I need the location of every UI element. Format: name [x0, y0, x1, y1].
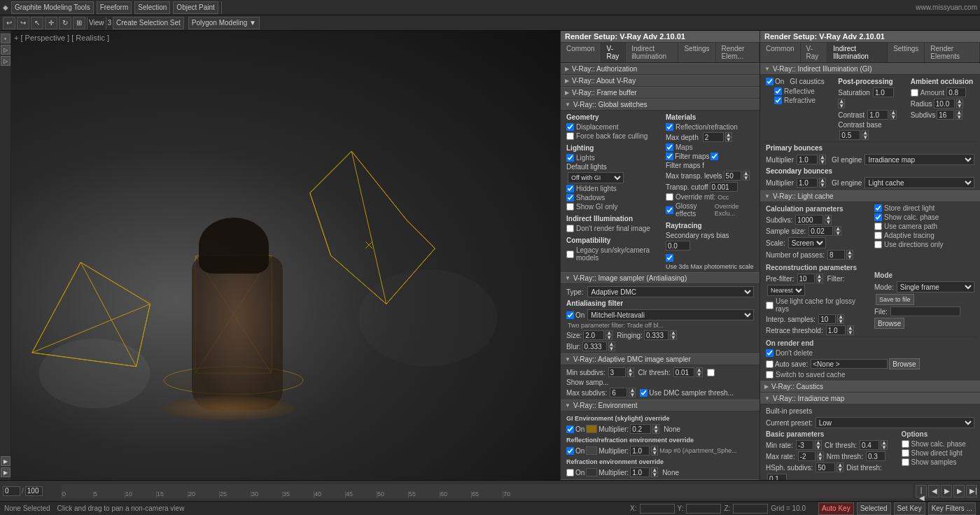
ringing-down[interactable]: ▼: [670, 335, 677, 340]
tb-redo[interactable]: ↪: [17, 17, 29, 29]
gi-mult-down[interactable]: ▼: [652, 429, 659, 434]
sidebar-icon-5[interactable]: ▶: [1, 467, 10, 477]
refr-mult-input[interactable]: [630, 467, 650, 477]
pre-filter-input[interactable]: [797, 274, 815, 283]
panel2-tab-vray[interactable]: V-Ray: [801, 43, 828, 62]
timeline-ruler[interactable]: 0 5 10 15 20 25 30 35 40 45 50 55 60 65 …: [62, 484, 913, 498]
switch-saved-cb[interactable]: [766, 371, 774, 379]
ao-on-cb[interactable]: [911, 89, 918, 97]
retrace-input[interactable]: [826, 325, 846, 335]
force-back-cb[interactable]: [566, 132, 574, 140]
secondary-mult-input[interactable]: [797, 178, 818, 188]
store-direct-cb[interactable]: [874, 204, 882, 212]
ao-rad-down[interactable]: ▼: [956, 104, 963, 108]
dist-thresh-input[interactable]: [767, 474, 787, 480]
reflective-cb[interactable]: [774, 87, 782, 95]
mr-down[interactable]: ▼: [815, 445, 822, 450]
default-lights-select[interactable]: Off with GI: [568, 172, 624, 183]
use-camera-cb[interactable]: [874, 223, 882, 230]
gi-mult-spinner[interactable]: ▲ ▼: [652, 424, 659, 434]
tb-select[interactable]: ↖: [31, 17, 43, 29]
prev-frame-btn[interactable]: ◀: [928, 485, 939, 498]
ringing-spinner[interactable]: ▲ ▼: [670, 330, 677, 340]
pm-down[interactable]: ▼: [819, 160, 826, 164]
interp-samples-input[interactable]: [818, 314, 836, 324]
use-dmc-cb[interactable]: [640, 389, 648, 397]
refl-mult-down[interactable]: ▼: [651, 451, 658, 456]
maps-cb[interactable]: [666, 143, 673, 151]
panel2-tab-indirect[interactable]: Indirect Illumination: [827, 43, 888, 62]
lc-passes-input[interactable]: [827, 250, 845, 260]
dont-render-cb[interactable]: [566, 225, 574, 232]
rt-spinner[interactable]: ▲ ▼: [847, 325, 854, 335]
ct2-spinner[interactable]: ▲ ▼: [881, 440, 888, 450]
panel1-tab-settings[interactable]: Settings: [678, 43, 715, 62]
panel1-tab-render[interactable]: Render Elem...: [716, 43, 760, 62]
saturation-input[interactable]: [873, 87, 894, 97]
tb-move[interactable]: ✛: [45, 17, 57, 29]
max-depth-down[interactable]: ▼: [725, 137, 732, 142]
gi-on-cb[interactable]: [766, 78, 774, 85]
blur-input[interactable]: [582, 341, 607, 351]
gi-color-swatch[interactable]: [586, 425, 597, 433]
nrm-thresh-input[interactable]: [866, 451, 886, 461]
is-spinner[interactable]: ▲ ▼: [837, 314, 844, 324]
refr-env-cb[interactable]: [566, 469, 574, 477]
contrast-base-input[interactable]: [839, 130, 860, 140]
blur-spinner[interactable]: ▲ ▼: [608, 341, 615, 351]
max-depth-spinner[interactable]: ▲ ▼: [725, 132, 732, 142]
lc-ss-spinner[interactable]: ▲ ▼: [834, 226, 841, 236]
section-framebuf[interactable]: ▶ V-Ray:: Frame buffer: [561, 87, 760, 99]
max-subdivs-input[interactable]: [610, 388, 627, 397]
clr-thresh-input[interactable]: [673, 367, 694, 377]
section-image-sampler[interactable]: ▼ V-Ray:: Image sampler (Antialiasing): [561, 272, 760, 284]
legacy-cb[interactable]: [566, 251, 574, 258]
x-input[interactable]: [640, 504, 675, 514]
gi-mult-input[interactable]: [630, 424, 651, 434]
section-authorization[interactable]: ▶ V-Ray:: Authorization: [561, 63, 760, 75]
current-frame-input[interactable]: [3, 486, 20, 496]
tb-scale[interactable]: ⊞: [73, 17, 85, 29]
panel1-tab-common[interactable]: Common: [561, 43, 601, 62]
section-color-mapping[interactable]: ▼ V-Ray:: Color mapping: [561, 479, 760, 480]
sidebar-icon-2[interactable]: ▷: [1, 45, 10, 55]
refl-mult-input[interactable]: [630, 446, 650, 456]
shadows-cb[interactable]: [566, 194, 574, 202]
lc-ss-down[interactable]: ▼: [834, 231, 841, 236]
size-down[interactable]: ▼: [606, 335, 612, 340]
browse-btn2[interactable]: Browse: [889, 358, 919, 369]
transp-cutoff-input[interactable]: [710, 182, 738, 192]
toolbar-btn-freeform[interactable]: Freeform: [97, 1, 132, 14]
min-sub-down[interactable]: ▼: [627, 372, 634, 377]
sm-down[interactable]: ▼: [819, 183, 826, 188]
pm-spinner[interactable]: ▲ ▼: [819, 155, 826, 164]
blur-down[interactable]: ▼: [608, 346, 615, 351]
auto-save-input[interactable]: [811, 359, 888, 369]
min-rate-input[interactable]: [796, 440, 813, 450]
mr-spinner[interactable]: ▲ ▼: [815, 440, 822, 450]
browse-btn1[interactable]: Browse: [874, 318, 904, 329]
lc-samplesize-input[interactable]: [808, 226, 833, 236]
refl-mult-spinner[interactable]: ▲ ▼: [651, 446, 658, 456]
filter-maps-f-cb[interactable]: [710, 153, 718, 160]
ao-rad-spinner[interactable]: ▲ ▼: [956, 99, 963, 108]
toolbar-btn-selection[interactable]: Selection: [134, 1, 170, 14]
next-key-btn[interactable]: ▶|: [966, 485, 977, 498]
save-to-file-btn[interactable]: Save to file: [876, 294, 914, 305]
y-input[interactable]: [686, 504, 721, 514]
cont-spinner[interactable]: ▲ ▼: [890, 110, 897, 120]
glossy-cb[interactable]: [666, 206, 673, 214]
min-subdivs-spinner[interactable]: ▲ ▼: [627, 367, 634, 377]
gi-skylight-cb[interactable]: [566, 425, 574, 433]
panel1-tab-vray[interactable]: V-Ray: [601, 43, 626, 62]
show-samples-cb[interactable]: [707, 369, 715, 376]
sat-spinner[interactable]: ▲ ▼: [838, 99, 845, 108]
gi-engine-select1[interactable]: Irradiance map: [864, 154, 974, 165]
refr-color-swatch[interactable]: [586, 468, 597, 477]
adaptive-tracing-cb[interactable]: [874, 232, 882, 239]
rt-down[interactable]: ▼: [847, 330, 854, 335]
cont-base-spinner[interactable]: ▲ ▼: [862, 130, 869, 140]
size-input[interactable]: [583, 330, 604, 340]
refractive-cb[interactable]: [774, 97, 782, 104]
section-caustics[interactable]: ▶ V-Ray:: Caustics: [760, 381, 980, 393]
